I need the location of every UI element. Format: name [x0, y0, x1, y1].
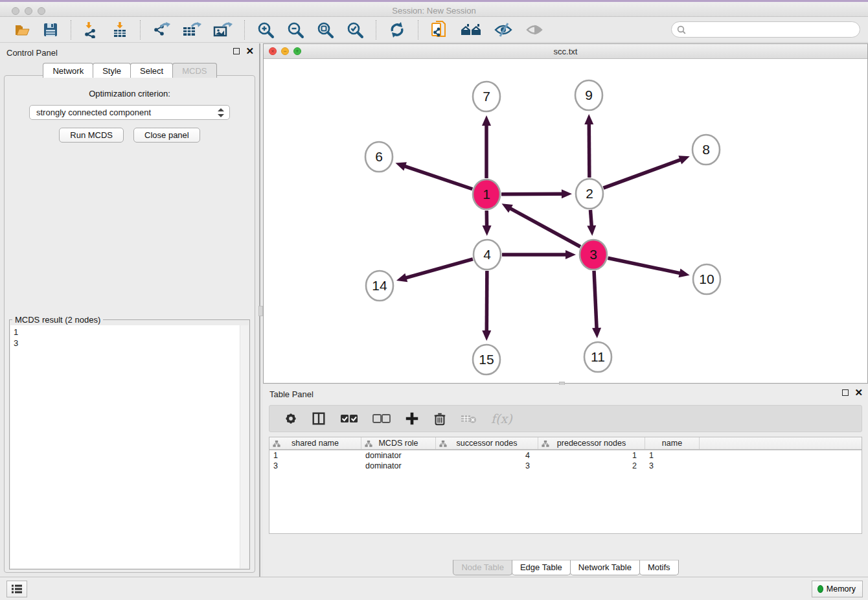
tab-select[interactable]: Select [130, 63, 173, 78]
export-image-icon [213, 21, 233, 38]
column-header-name[interactable]: name [645, 437, 700, 449]
float-panel-icon[interactable] [233, 48, 240, 54]
open-session-button[interactable] [12, 20, 32, 40]
table-cell[interactable]: dominator [361, 451, 436, 460]
graph-svg[interactable]: 7968124314101511 [264, 60, 867, 384]
minimize-network-icon[interactable]: − [281, 47, 289, 55]
graph-edge-4-15[interactable] [482, 271, 491, 341]
graph-edge-1-4[interactable] [483, 211, 492, 236]
refresh-view-button[interactable] [387, 19, 407, 40]
tab-style[interactable]: Style [93, 63, 131, 78]
app-titlebar: Session: New Session [0, 0, 868, 17]
graph-edge-4-3[interactable] [502, 250, 576, 259]
table-cell[interactable]: 1 [645, 451, 700, 460]
column-header-successor-nodes[interactable]: successor nodes [436, 437, 538, 449]
graph-edge-2-3[interactable] [587, 210, 596, 236]
graph-node-4[interactable]: 4 [474, 240, 501, 270]
select-all-columns-button[interactable] [339, 413, 359, 424]
tab-network[interactable]: Network [43, 63, 93, 78]
add-column-button[interactable] [404, 411, 420, 426]
column-header-shared-name[interactable]: shared name [269, 437, 361, 449]
graph-edge-1-6[interactable] [395, 162, 472, 189]
import-network-button[interactable] [82, 20, 101, 40]
graph-node-15[interactable]: 15 [473, 345, 500, 375]
table-cell[interactable]: 2 [538, 461, 645, 470]
column-label: shared name [291, 439, 339, 448]
graph-edge-1-7[interactable] [482, 115, 491, 178]
tab-network-table[interactable]: Network Table [570, 560, 640, 575]
save-session-button[interactable] [41, 20, 60, 40]
zoom-selected-button[interactable] [345, 19, 365, 40]
graph-node-8[interactable]: 8 [692, 135, 720, 165]
show-all-networks-button[interactable] [459, 20, 483, 40]
graph-node-6[interactable]: 6 [365, 142, 393, 172]
tab-mcds[interactable]: MCDS [172, 63, 216, 78]
function-builder-button[interactable]: f(x) [491, 411, 512, 426]
export-network-button[interactable] [151, 20, 172, 40]
export-table-button[interactable] [181, 20, 203, 40]
run-mcds-button[interactable]: Run MCDS [59, 128, 124, 143]
graph-node-11[interactable]: 11 [584, 342, 611, 372]
zoom-in-button[interactable] [255, 19, 276, 40]
deselect-all-columns-button[interactable] [372, 413, 391, 424]
tab-edge-table[interactable]: Edge Table [512, 560, 571, 575]
close-table-panel-icon[interactable]: ✕ [854, 389, 863, 397]
table-cell[interactable]: 1 [269, 451, 361, 460]
show-graphics-button[interactable] [523, 20, 545, 40]
graph-node-1[interactable]: 1 [473, 179, 500, 209]
column-header-predecessor-nodes[interactable]: predecessor nodes [538, 437, 645, 449]
criterion-dropdown[interactable]: strongly connected component [29, 105, 230, 120]
task-history-button[interactable] [6, 581, 27, 597]
table-cell[interactable]: 4 [436, 451, 538, 460]
control-panel: Control Panel ✕ NetworkStyleSelectMCDS O… [0, 43, 260, 577]
table-settings-button[interactable] [284, 411, 298, 426]
table-cell[interactable]: 3 [269, 461, 361, 470]
control-panel-tabs: NetworkStyleSelectMCDS [0, 63, 259, 78]
graph-edge-2-9[interactable] [584, 114, 593, 178]
zoom-out-button[interactable] [285, 19, 306, 40]
delete-table-button[interactable] [460, 413, 478, 424]
column-label: successor nodes [457, 439, 518, 448]
memory-button[interactable]: Memory [812, 581, 863, 597]
table-panel-title: Table Panel [269, 389, 314, 399]
close-panel-icon[interactable]: ✕ [246, 47, 254, 55]
graph-node-9[interactable]: 9 [575, 80, 602, 110]
graph-node-10[interactable]: 10 [693, 264, 720, 294]
hide-graphics-button[interactable] [492, 20, 514, 40]
graph-node-3[interactable]: 3 [580, 240, 607, 270]
table-cell[interactable]: 3 [645, 461, 700, 470]
clone-network-button[interactable] [429, 19, 450, 41]
table-cell[interactable]: dominator [361, 461, 436, 470]
zoom-fit-button[interactable] [315, 19, 336, 40]
search-input[interactable] [689, 25, 854, 34]
table-cell[interactable]: 3 [436, 461, 538, 470]
graph-node-7[interactable]: 7 [473, 82, 500, 111]
table-cell[interactable]: 1 [538, 451, 645, 460]
column-header-MCDS-role[interactable]: MCDS role [361, 437, 436, 449]
maximize-network-icon[interactable]: + [293, 47, 301, 55]
mcds-result-list[interactable]: 13 [10, 325, 249, 568]
graph-edge-3-11[interactable] [592, 271, 601, 338]
float-table-panel-icon[interactable] [842, 389, 849, 396]
graph-edge-3-1[interactable] [502, 203, 580, 246]
export-image-button[interactable] [212, 20, 234, 40]
svg-text:2: 2 [586, 186, 593, 201]
graph-edge-1-2[interactable] [501, 189, 572, 198]
show-columns-button[interactable] [311, 411, 326, 426]
graph-node-2[interactable]: 2 [576, 179, 603, 209]
tab-node-table[interactable]: Node Table [453, 560, 512, 575]
import-network-icon [83, 21, 100, 38]
close-network-icon[interactable]: × [269, 47, 277, 55]
graph-edge-3-10[interactable] [608, 258, 689, 277]
eye-slash-icon [494, 21, 513, 38]
import-table-button[interactable] [110, 20, 130, 40]
delete-column-button[interactable] [433, 411, 447, 426]
vertical-splitter-handle[interactable] [258, 306, 263, 316]
tab-motifs[interactable]: Motifs [639, 560, 679, 575]
result-scrollbar[interactable] [240, 325, 249, 568]
graph-edge-2-8[interactable] [604, 156, 690, 188]
memory-status-icon [817, 585, 823, 593]
close-panel-button[interactable]: Close panel [133, 128, 200, 143]
graph-edge-4-14[interactable] [396, 259, 473, 282]
graph-node-14[interactable]: 14 [366, 271, 393, 301]
